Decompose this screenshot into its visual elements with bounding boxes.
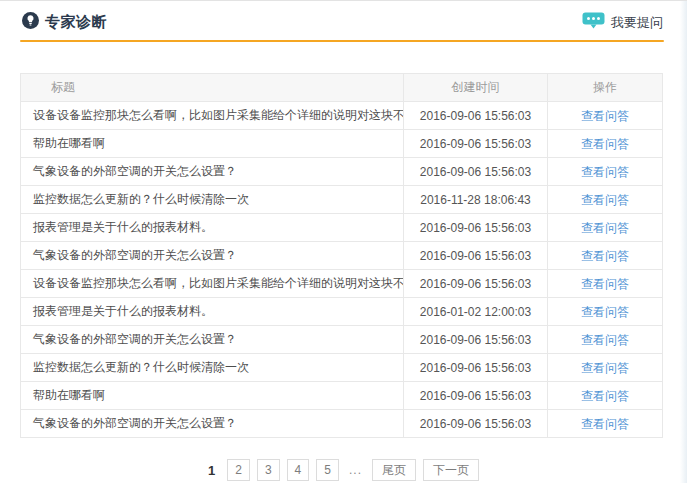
page-header: 专家诊断 我要提问 (0, 1, 687, 40)
view-qa-link[interactable]: 查看问答 (581, 109, 629, 123)
question-title: 气象设备的外部空调的开关怎么设置？ (21, 410, 404, 438)
created-time: 2016-09-06 15:56:03 (404, 214, 548, 242)
question-title: 报表管理是关于什么的报表材料。 (21, 214, 404, 242)
question-title: 监控数据怎么更新的？什么时候清除一次 (21, 354, 404, 382)
questions-table: 标题 创建时间 操作 设备设备监控那块怎么看啊，比如图片采集能给个详细的说明对这… (20, 73, 663, 438)
question-title: 设备设备监控那块怎么看啊，比如图片采集能给个详细的说明对这块不是很懂... (21, 102, 404, 130)
view-qa-link[interactable]: 查看问答 (581, 333, 629, 347)
view-qa-link[interactable]: 查看问答 (581, 277, 629, 291)
table-row: 气象设备的外部空调的开关怎么设置？ 2016-09-06 15:56:03 查看… (21, 326, 663, 354)
page-button-2[interactable]: 2 (227, 459, 250, 481)
table-row: 设备设备监控那块怎么看啊，比如图片采集能给个详细的说明对这块不是很懂... 20… (21, 270, 663, 298)
table-row: 监控数据怎么更新的？什么时候清除一次 2016-11-28 18:06:43 查… (21, 186, 663, 214)
expert-diagnosis-page: 专家诊断 我要提问 标题 创建时间 操作 (0, 1, 687, 481)
question-title: 帮助在哪看啊 (21, 382, 404, 410)
header-accent-line (20, 40, 664, 42)
view-qa-link[interactable]: 查看问答 (581, 193, 629, 207)
column-header-action: 操作 (548, 74, 663, 102)
table-row: 监控数据怎么更新的？什么时候清除一次 2016-09-06 15:56:03 查… (21, 354, 663, 382)
ask-question-label: 我要提问 (611, 14, 663, 32)
question-title: 气象设备的外部空调的开关怎么设置？ (21, 326, 404, 354)
view-qa-link[interactable]: 查看问答 (581, 137, 629, 151)
table-row: 报表管理是关于什么的报表材料。 2016-09-06 15:56:03 查看问答 (21, 214, 663, 242)
page-current: 1 (208, 463, 215, 478)
view-qa-link[interactable]: 查看问答 (581, 165, 629, 179)
created-time: 2016-09-06 15:56:03 (404, 326, 548, 354)
page-header-left: 专家诊断 (22, 12, 107, 33)
created-time: 2016-09-06 15:56:03 (404, 354, 548, 382)
question-title: 报表管理是关于什么的报表材料。 (21, 298, 404, 326)
table-row: 设备设备监控那块怎么看啊，比如图片采集能给个详细的说明对这块不是很懂... 20… (21, 102, 663, 130)
table-row: 帮助在哪看啊 2016-09-06 15:56:03 查看问答 (21, 382, 663, 410)
view-qa-link[interactable]: 查看问答 (581, 389, 629, 403)
view-qa-link[interactable]: 查看问答 (581, 249, 629, 263)
question-title: 设备设备监控那块怎么看啊，比如图片采集能给个详细的说明对这块不是很懂... (21, 270, 404, 298)
table-row: 帮助在哪看啊 2016-09-06 15:56:03 查看问答 (21, 130, 663, 158)
page-button-3[interactable]: 3 (257, 459, 280, 481)
created-time: 2016-11-28 18:06:43 (404, 186, 548, 214)
question-title: 气象设备的外部空调的开关怎么设置？ (21, 242, 404, 270)
view-qa-link[interactable]: 查看问答 (581, 417, 629, 431)
last-page-button[interactable]: 尾页 (372, 459, 416, 481)
pagination: 1 2 3 4 5 ... 尾页 下一页 (0, 459, 687, 481)
question-title: 气象设备的外部空调的开关怎么设置？ (21, 158, 404, 186)
pagination-ellipsis: ... (349, 463, 362, 477)
created-time: 2016-09-06 15:56:03 (404, 410, 548, 438)
view-qa-link[interactable]: 查看问答 (581, 221, 629, 235)
created-time: 2016-09-06 15:56:03 (404, 242, 548, 270)
table-row: 气象设备的外部空调的开关怎么设置？ 2016-09-06 15:56:03 查看… (21, 158, 663, 186)
view-qa-link[interactable]: 查看问答 (581, 361, 629, 375)
page-button-5[interactable]: 5 (316, 459, 339, 481)
view-qa-link[interactable]: 查看问答 (581, 305, 629, 319)
created-time: 2016-09-06 15:56:03 (404, 158, 548, 186)
table-row: 气象设备的外部空调的开关怎么设置？ 2016-09-06 15:56:03 查看… (21, 410, 663, 438)
question-title: 监控数据怎么更新的？什么时候清除一次 (21, 186, 404, 214)
next-page-button[interactable]: 下一页 (423, 459, 479, 481)
expert-icon (22, 12, 39, 33)
column-header-title: 标题 (21, 74, 404, 102)
created-time: 2016-09-06 15:56:03 (404, 130, 548, 158)
page-title: 专家诊断 (45, 13, 107, 32)
page-button-4[interactable]: 4 (287, 459, 310, 481)
created-time: 2016-09-06 15:56:03 (404, 382, 548, 410)
created-time: 2016-09-06 15:56:03 (404, 270, 548, 298)
table-row: 报表管理是关于什么的报表材料。 2016-01-02 12:00:03 查看问答 (21, 298, 663, 326)
question-title: 帮助在哪看啊 (21, 130, 404, 158)
table-header-row: 标题 创建时间 操作 (21, 74, 663, 102)
speech-bubble-dots-icon (582, 12, 605, 33)
created-time: 2016-09-06 15:56:03 (404, 102, 548, 130)
created-time: 2016-01-02 12:00:03 (404, 298, 548, 326)
table-row: 气象设备的外部空调的开关怎么设置？ 2016-09-06 15:56:03 查看… (21, 242, 663, 270)
ask-question-button[interactable]: 我要提问 (582, 12, 663, 33)
column-header-created: 创建时间 (404, 74, 548, 102)
